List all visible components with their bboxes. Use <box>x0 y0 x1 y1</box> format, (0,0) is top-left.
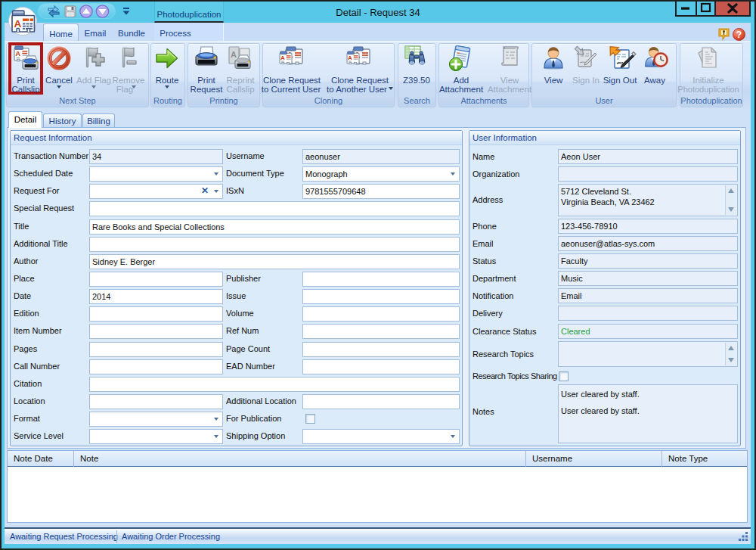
svg-text:?: ? <box>736 30 742 40</box>
svg-text:A: A <box>280 54 285 61</box>
svg-text:A: A <box>348 54 352 61</box>
svg-text:A: A <box>231 50 237 59</box>
svg-text:A: A <box>15 49 20 57</box>
